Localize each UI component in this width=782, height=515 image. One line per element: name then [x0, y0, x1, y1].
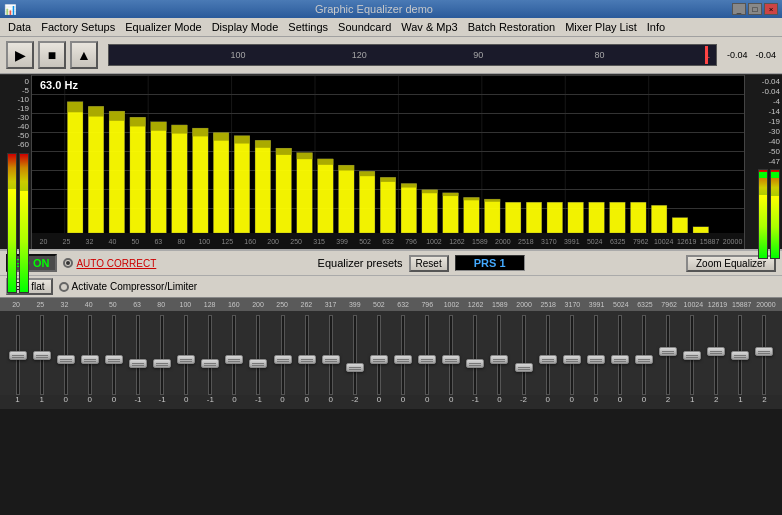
play-button[interactable]: ▶	[6, 41, 34, 69]
fader-handle-4[interactable]	[105, 355, 123, 364]
fader-channel-20[interactable]	[488, 315, 511, 395]
fader-handle-0[interactable]	[9, 351, 27, 360]
auto-correct-radio[interactable]	[63, 258, 73, 268]
fader-track-22[interactable]	[546, 315, 550, 395]
fader-track-5[interactable]	[136, 315, 140, 395]
fader-channel-14[interactable]	[343, 315, 366, 395]
fader-track-9[interactable]	[232, 315, 236, 395]
fader-channel-31[interactable]	[753, 315, 776, 395]
fader-channel-12[interactable]	[295, 315, 318, 395]
fader-track-11[interactable]	[281, 315, 285, 395]
fader-channel-17[interactable]	[416, 315, 439, 395]
fader-channel-4[interactable]	[102, 315, 125, 395]
eq-bars[interactable]	[32, 75, 744, 233]
fader-channel-29[interactable]	[705, 315, 728, 395]
menu-soundcard[interactable]: Soundcard	[334, 20, 395, 34]
fader-channel-19[interactable]	[464, 315, 487, 395]
fader-handle-28[interactable]	[683, 351, 701, 360]
stop-button[interactable]: ■	[38, 41, 66, 69]
faders-container[interactable]	[0, 311, 782, 395]
fader-track-6[interactable]	[160, 315, 164, 395]
auto-correct-label[interactable]: AUTO CORRECT	[76, 258, 156, 269]
fader-handle-10[interactable]	[249, 359, 267, 368]
menu-settings[interactable]: Settings	[284, 20, 332, 34]
fader-channel-25[interactable]	[608, 315, 631, 395]
fader-track-15[interactable]	[377, 315, 381, 395]
compressor-radio[interactable]	[59, 282, 69, 292]
fader-handle-9[interactable]	[225, 355, 243, 364]
fader-handle-25[interactable]	[611, 355, 629, 364]
fader-handle-22[interactable]	[539, 355, 557, 364]
close-button[interactable]: ×	[764, 3, 778, 15]
fader-channel-10[interactable]	[247, 315, 270, 395]
fader-track-8[interactable]	[208, 315, 212, 395]
fader-channel-30[interactable]	[729, 315, 752, 395]
fader-track-2[interactable]	[64, 315, 68, 395]
fader-track-17[interactable]	[425, 315, 429, 395]
fader-handle-31[interactable]	[755, 347, 773, 356]
fader-handle-1[interactable]	[33, 351, 51, 360]
progress-thumb[interactable]	[705, 46, 708, 64]
fader-handle-11[interactable]	[274, 355, 292, 364]
fader-track-10[interactable]	[256, 315, 260, 395]
fader-handle-7[interactable]	[177, 355, 195, 364]
fader-channel-11[interactable]	[271, 315, 294, 395]
fader-channel-1[interactable]	[30, 315, 53, 395]
menu-wav-mp3[interactable]: Wav & Mp3	[397, 20, 461, 34]
fader-channel-18[interactable]	[440, 315, 463, 395]
fader-track-16[interactable]	[401, 315, 405, 395]
fader-channel-27[interactable]	[657, 315, 680, 395]
fader-track-21[interactable]	[522, 315, 526, 395]
fader-handle-12[interactable]	[298, 355, 316, 364]
fader-track-3[interactable]	[88, 315, 92, 395]
fader-track-26[interactable]	[642, 315, 646, 395]
progress-bar[interactable]: 100 120 90 80 1	[108, 44, 717, 66]
fader-channel-0[interactable]	[6, 315, 29, 395]
fader-handle-23[interactable]	[563, 355, 581, 364]
fader-handle-19[interactable]	[466, 359, 484, 368]
fader-track-7[interactable]	[184, 315, 188, 395]
fader-handle-3[interactable]	[81, 355, 99, 364]
fader-handle-14[interactable]	[346, 363, 364, 372]
fader-handle-18[interactable]	[442, 355, 460, 364]
fader-handle-29[interactable]	[707, 347, 725, 356]
fader-channel-2[interactable]	[54, 315, 77, 395]
menu-equalizer-mode[interactable]: Equalizer Mode	[121, 20, 205, 34]
fader-channel-3[interactable]	[78, 315, 101, 395]
fader-handle-17[interactable]	[418, 355, 436, 364]
fader-handle-2[interactable]	[57, 355, 75, 364]
fader-track-19[interactable]	[473, 315, 477, 395]
fader-handle-13[interactable]	[322, 355, 340, 364]
fader-track-18[interactable]	[449, 315, 453, 395]
fader-handle-21[interactable]	[515, 363, 533, 372]
fader-handle-16[interactable]	[394, 355, 412, 364]
menu-mixer-playlist[interactable]: Mixer Play List	[561, 20, 641, 34]
menu-batch-restoration[interactable]: Batch Restoration	[464, 20, 559, 34]
fader-handle-26[interactable]	[635, 355, 653, 364]
maximize-button[interactable]: □	[748, 3, 762, 15]
fader-track-30[interactable]	[738, 315, 742, 395]
fader-track-20[interactable]	[497, 315, 501, 395]
minimize-button[interactable]: _	[732, 3, 746, 15]
fader-channel-22[interactable]	[536, 315, 559, 395]
fader-channel-28[interactable]	[681, 315, 704, 395]
fader-channel-21[interactable]	[512, 315, 535, 395]
menu-factory-setups[interactable]: Factory Setups	[37, 20, 119, 34]
fader-track-25[interactable]	[618, 315, 622, 395]
fader-handle-15[interactable]	[370, 355, 388, 364]
menu-info[interactable]: Info	[643, 20, 669, 34]
fader-channel-9[interactable]	[223, 315, 246, 395]
fader-track-24[interactable]	[594, 315, 598, 395]
fader-channel-13[interactable]	[319, 315, 342, 395]
fader-track-31[interactable]	[762, 315, 766, 395]
fader-channel-7[interactable]	[175, 315, 198, 395]
fader-handle-30[interactable]	[731, 351, 749, 360]
fader-handle-8[interactable]	[201, 359, 219, 368]
fader-handle-20[interactable]	[490, 355, 508, 364]
fader-channel-23[interactable]	[560, 315, 583, 395]
fader-track-23[interactable]	[570, 315, 574, 395]
fader-track-4[interactable]	[112, 315, 116, 395]
fader-track-0[interactable]	[16, 315, 20, 395]
fader-channel-5[interactable]	[126, 315, 149, 395]
fader-channel-8[interactable]	[199, 315, 222, 395]
